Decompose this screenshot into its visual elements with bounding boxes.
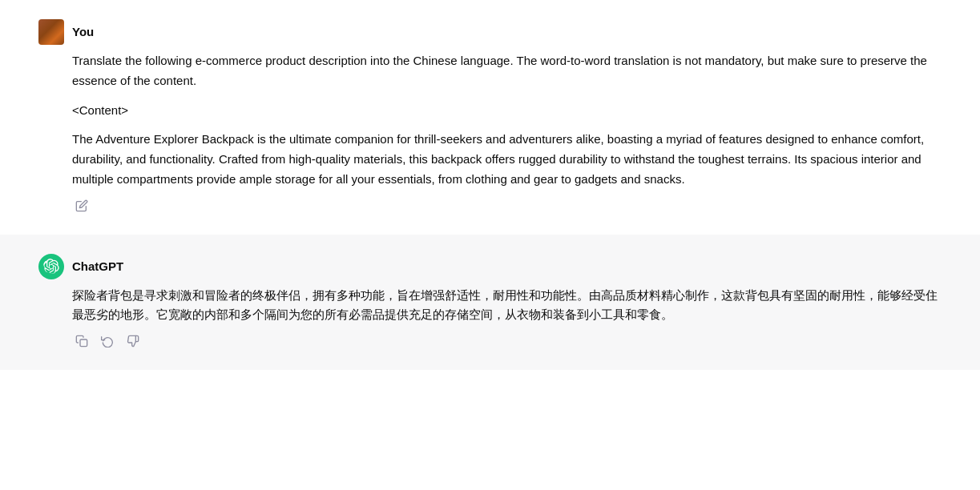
svg-rect-0 <box>80 339 87 347</box>
edit-icon <box>75 199 88 212</box>
assistant-message-actions <box>38 331 942 351</box>
user-message-para-1: Translate the following e-commerce produ… <box>72 51 942 91</box>
user-message-para-2: <Content> <box>72 101 942 121</box>
assistant-message-content: 探险者背包是寻求刺激和冒险者的终极伴侣，拥有多种功能，旨在增强舒适性，耐用性和功… <box>38 286 942 326</box>
assistant-message-block: ChatGPT 探险者背包是寻求刺激和冒险者的终极伴侣，拥有多种功能，旨在增强舒… <box>0 235 980 371</box>
user-message-actions <box>38 196 942 215</box>
refresh-icon <box>101 335 114 347</box>
user-sender-name: You <box>72 22 94 42</box>
assistant-message-para-1: 探险者背包是寻求刺激和冒险者的终极伴侣，拥有多种功能，旨在增强舒适性，耐用性和功… <box>72 286 942 326</box>
chat-container: You Translate the following e-commerce p… <box>0 0 980 370</box>
chatgpt-logo-icon <box>43 259 59 275</box>
user-message-header: You <box>38 19 942 45</box>
assistant-sender-name: ChatGPT <box>72 257 123 276</box>
regenerate-button[interactable] <box>98 331 117 351</box>
thumbs-down-button[interactable] <box>123 331 143 351</box>
user-message-block: You Translate the following e-commerce p… <box>0 0 980 235</box>
thumbs-down-icon <box>127 335 139 347</box>
edit-button[interactable] <box>72 196 91 215</box>
user-message-content: Translate the following e-commerce produ… <box>38 51 942 190</box>
user-avatar <box>38 19 64 45</box>
chatgpt-avatar <box>38 254 64 279</box>
user-message-para-3: The Adventure Explorer Backpack is the u… <box>72 130 942 189</box>
copy-icon <box>75 335 88 347</box>
copy-button[interactable] <box>72 331 91 351</box>
assistant-message-header: ChatGPT <box>38 254 942 279</box>
